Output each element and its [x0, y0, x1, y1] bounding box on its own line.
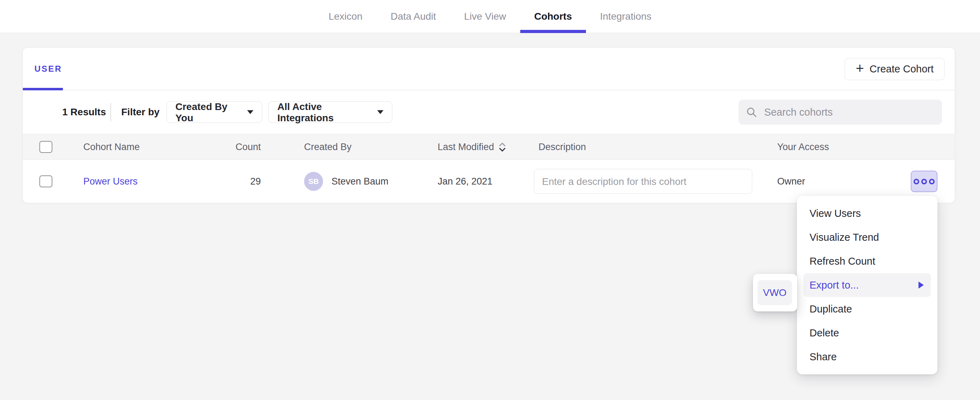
cohort-name-link[interactable]: Power Users	[83, 176, 138, 187]
nav-tab-label: Live View	[464, 11, 506, 22]
active-tab-indicator	[520, 30, 586, 33]
search-icon	[746, 106, 757, 118]
last-modified-value: Jan 26, 2021	[438, 176, 492, 187]
row-checkbox[interactable]	[39, 175, 52, 187]
ellipsis-dot-icon	[913, 178, 919, 184]
create-cohort-button[interactable]: Create Cohort	[845, 58, 945, 80]
nav-tab-label: Lexicon	[329, 11, 363, 22]
search-input[interactable]	[764, 106, 934, 118]
row-actions-menu-button[interactable]	[911, 171, 937, 192]
created-by-filter-dropdown[interactable]: Created By You	[167, 102, 262, 123]
menu-item-export-to[interactable]: Export to...	[803, 273, 931, 297]
menu-item-view-users[interactable]: View Users	[797, 201, 937, 225]
submenu-arrow-icon	[918, 282, 924, 288]
results-count: 1 Results	[62, 107, 106, 118]
export-submenu: VWO	[753, 274, 797, 311]
menu-item-export-label: Export to...	[810, 279, 859, 291]
cohorts-card: USER Create Cohort 1 Results Filter by C…	[22, 48, 955, 202]
nav-tabs: Lexicon Data Audit Live View Cohorts Int…	[315, 0, 666, 33]
integrations-filter-dropdown[interactable]: All Active Integrations	[269, 102, 392, 123]
header-cohort-name: Cohort Name	[83, 142, 140, 153]
created-by-filter-value: Created By You	[175, 101, 241, 123]
row-actions-context-menu: View Users Visualize Trend Refresh Count…	[797, 196, 937, 375]
plus-icon	[856, 62, 864, 76]
nav-tab-data-audit[interactable]: Data Audit	[377, 0, 450, 33]
nav-tab-integrations[interactable]: Integrations	[586, 0, 665, 33]
select-all-checkbox[interactable]	[39, 141, 52, 153]
nav-tab-cohorts[interactable]: Cohorts	[520, 0, 586, 33]
cohort-count: 29	[191, 176, 261, 187]
header-created-by: Created By	[304, 142, 352, 153]
menu-item-visualize-trend[interactable]: Visualize Trend	[797, 225, 937, 249]
filter-by-label: Filter by	[121, 107, 159, 118]
nav-tab-label: Cohorts	[534, 11, 572, 22]
top-navigation: Lexicon Data Audit Live View Cohorts Int…	[0, 0, 980, 33]
chevron-down-icon	[247, 110, 253, 114]
header-description: Description	[539, 142, 586, 153]
cohort-table-header: Cohort Name Count Created By Last Modifi…	[23, 134, 955, 160]
created-by-value: Steven Baum	[331, 176, 388, 187]
cohorts-page: Lexicon Data Audit Live View Cohorts Int…	[0, 0, 980, 400]
nav-tab-lexicon[interactable]: Lexicon	[315, 0, 377, 33]
menu-item-share[interactable]: Share	[797, 345, 937, 369]
chevron-down-icon	[377, 110, 383, 114]
integrations-filter-value: All Active Integrations	[277, 101, 371, 123]
nav-tab-live-view[interactable]: Live View	[450, 0, 520, 33]
create-cohort-label: Create Cohort	[870, 63, 934, 75]
filter-toolbar: 1 Results Filter by Created By You All A…	[23, 90, 955, 134]
submenu-item-vwo[interactable]: VWO	[757, 280, 792, 305]
menu-item-refresh-count[interactable]: Refresh Count	[797, 249, 937, 273]
header-count: Count	[191, 142, 261, 153]
search-box	[738, 100, 942, 125]
menu-item-delete[interactable]: Delete	[797, 321, 937, 345]
nav-tab-label: Data Audit	[391, 11, 436, 22]
header-last-modified[interactable]: Last Modified	[438, 142, 506, 153]
header-your-access: Your Access	[777, 142, 829, 153]
tab-user[interactable]: USER	[35, 64, 62, 74]
cohort-type-tabs: USER Create Cohort	[23, 48, 955, 90]
nav-tab-label: Integrations	[600, 11, 651, 22]
ellipsis-dot-icon	[929, 178, 935, 184]
sort-icon	[498, 142, 506, 152]
access-value: Owner	[777, 176, 805, 187]
ellipsis-dot-icon	[921, 178, 927, 184]
divider	[110, 103, 111, 121]
menu-item-duplicate[interactable]: Duplicate	[797, 297, 937, 321]
header-last-modified-label: Last Modified	[438, 142, 494, 153]
description-input[interactable]	[534, 169, 752, 194]
user-tab-indicator	[23, 88, 63, 90]
avatar: SB	[304, 172, 323, 191]
